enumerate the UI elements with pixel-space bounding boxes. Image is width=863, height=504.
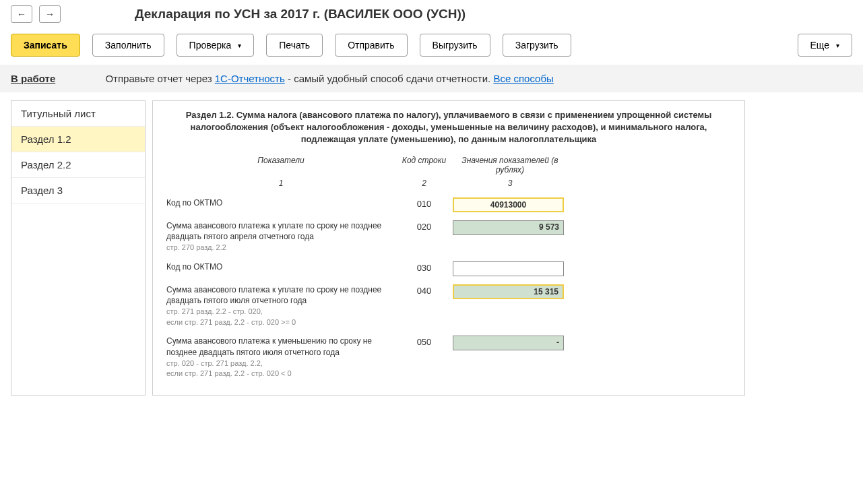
amount-040-field[interactable]: 15 315 <box>453 284 564 299</box>
row-label: Код по ОКТМО <box>166 197 395 209</box>
import-button[interactable]: Загрузить <box>503 34 571 57</box>
row-label: Сумма авансового платежа к уменьшению по… <box>166 336 395 358</box>
row-label: Сумма авансового платежа к уплате по сро… <box>166 284 395 307</box>
sidebar: Титульный лист Раздел 1.2 Раздел 2.2 Раз… <box>11 100 146 396</box>
row-sublabel: стр. 270 разд. 2.2 <box>166 243 395 253</box>
amount-050-field[interactable]: - <box>453 336 564 350</box>
table-row: Сумма авансового платежа к уменьшению по… <box>166 336 731 379</box>
col-num-2: 2 <box>395 179 453 188</box>
content-panel: Раздел 1.2. Сумма налога (авансового пла… <box>152 100 745 396</box>
link-all-methods[interactable]: Все способы <box>493 73 553 84</box>
sidebar-item-section-2-2[interactable]: Раздел 2.2 <box>11 152 145 178</box>
fill-button[interactable]: Заполнить <box>92 34 164 57</box>
nav-forward-button[interactable]: → <box>39 5 61 23</box>
row-code: 010 <box>395 197 453 212</box>
table-row: Сумма авансового платежа к уплате по сро… <box>166 284 731 327</box>
save-button[interactable]: Записать <box>11 34 80 57</box>
info-text-2: - самый удобный способ сдачи отчетности. <box>285 73 494 84</box>
more-button[interactable]: Еще <box>798 34 853 57</box>
check-button[interactable]: Проверка <box>177 34 255 57</box>
col-num-3: 3 <box>453 179 567 188</box>
sidebar-item-title-page[interactable]: Титульный лист <box>11 101 145 127</box>
col-header-1: Показатели <box>166 156 395 175</box>
section-title: Раздел 1.2. Сумма налога (авансового пла… <box>166 109 731 146</box>
nav-back-button[interactable]: ← <box>11 5 32 23</box>
info-bar: В работе Отправьте отчет через 1С-Отчетн… <box>0 65 863 92</box>
table-row: Код по ОКТМО 030 <box>166 261 731 276</box>
print-button[interactable]: Печать <box>266 34 323 57</box>
info-text: Отправьте отчет через <box>105 73 214 84</box>
oktmo-010-field[interactable]: 40913000 <box>453 197 564 212</box>
row-sublabel: стр. 020 - стр. 271 разд. 2.2, если стр.… <box>166 358 395 379</box>
oktmo-030-field[interactable] <box>453 261 564 276</box>
table-row: Сумма авансового платежа к уплате по сро… <box>166 220 731 253</box>
row-code: 020 <box>395 220 453 253</box>
col-header-3: Значения показателей (в рублях) <box>453 156 567 175</box>
row-label: Код по ОКТМО <box>166 261 395 273</box>
sidebar-item-section-3[interactable]: Раздел 3 <box>11 178 145 203</box>
status-label[interactable]: В работе <box>11 73 55 84</box>
table-row: Код по ОКТМО 010 40913000 <box>166 197 731 212</box>
sidebar-item-section-1-2[interactable]: Раздел 1.2 <box>11 127 145 152</box>
row-sublabel: стр. 271 разд. 2.2 - стр. 020, если стр.… <box>166 307 395 327</box>
page-title: Декларация по УСН за 2017 г. (ВАСИЛЕК ОО… <box>135 7 466 22</box>
amount-020-field[interactable]: 9 573 <box>453 220 564 235</box>
col-num-1: 1 <box>166 179 395 188</box>
row-code: 040 <box>395 284 453 327</box>
row-label: Сумма авансового платежа к уплате по сро… <box>166 220 395 243</box>
row-code: 050 <box>395 336 453 379</box>
export-button[interactable]: Выгрузить <box>420 34 490 57</box>
col-header-2: Код строки <box>395 156 453 175</box>
send-button[interactable]: Отправить <box>335 34 407 57</box>
link-1c-report[interactable]: 1С-Отчетность <box>215 73 285 84</box>
row-code: 030 <box>395 261 453 276</box>
